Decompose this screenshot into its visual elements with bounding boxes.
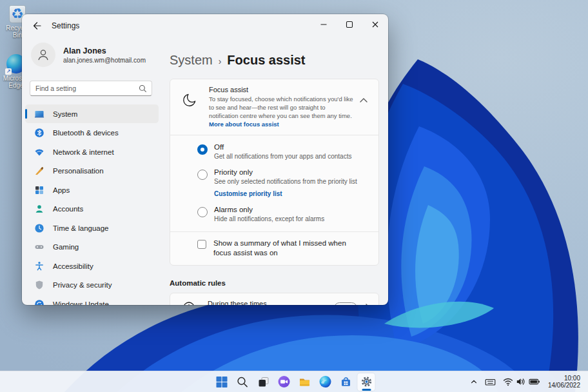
search-icon <box>237 376 249 388</box>
sidebar-item-gaming[interactable]: Gaming <box>25 238 159 257</box>
tray-time: 10:00 <box>548 375 580 382</box>
during-these-times-toggle[interactable] <box>334 302 357 306</box>
windows-update-icon <box>34 299 44 306</box>
more-about-focus-assist-link[interactable]: More about focus assist <box>209 121 279 128</box>
edge-icon <box>318 375 331 388</box>
chat-icon <box>277 375 290 388</box>
tray-date: 14/06/2022 <box>548 382 580 389</box>
time-language-icon <box>34 223 44 233</box>
taskbar: 10:00 14/06/2022 <box>0 371 588 392</box>
wifi-icon <box>503 377 513 386</box>
rule-during-these-times[interactable]: During these times 23:00 - 07:00; Priori… <box>170 293 379 305</box>
sidebar-item-personalisation[interactable]: Personalisation <box>25 162 159 181</box>
focus-assist-description: To stay focused, choose which notificati… <box>209 95 354 128</box>
active-indicator <box>25 109 27 119</box>
touch-keyboard-button[interactable] <box>482 373 499 391</box>
sidebar-item-apps[interactable]: Apps <box>25 181 159 199</box>
apps-icon <box>34 185 44 195</box>
search-input[interactable] <box>30 84 139 92</box>
network-icon <box>34 147 44 157</box>
search-box[interactable] <box>30 81 152 96</box>
settings-main-pane: System › Focus assist Focus assist To st… <box>161 37 388 305</box>
close-button[interactable] <box>362 14 388 35</box>
taskbar-search-button[interactable] <box>234 373 251 391</box>
active-app-indicator <box>362 389 371 391</box>
radio-alarms-only[interactable] <box>197 207 208 217</box>
touch-keyboard-icon <box>485 377 496 387</box>
avatar <box>31 43 55 67</box>
volume-icon <box>516 377 526 386</box>
chevron-right-icon[interactable] <box>365 303 371 305</box>
privacy-icon <box>34 280 44 290</box>
radio-priority-only[interactable] <box>197 170 208 180</box>
sidebar-item-network-internet[interactable]: Network & internet <box>25 142 159 161</box>
automatic-rules-heading: Automatic rules <box>170 279 379 287</box>
breadcrumb-system[interactable]: System <box>170 53 213 68</box>
sidebar-item-bluetooth-devices[interactable]: Bluetooth & devices <box>25 124 159 142</box>
settings-window: Settings Alan Jones alan.jones.wm@hotmai… <box>22 14 388 305</box>
gaming-icon <box>34 242 44 252</box>
close-icon <box>371 21 379 28</box>
clock-date[interactable]: 10:00 14/06/2022 <box>544 375 585 389</box>
chevron-up-icon <box>469 377 478 386</box>
windows-start-icon <box>216 376 228 388</box>
shortcut-arrow-icon: ↗ <box>5 68 12 75</box>
task-view-icon <box>257 375 270 388</box>
search-icon <box>139 84 147 93</box>
bluetooth-icon <box>34 128 44 138</box>
moon-icon <box>182 92 197 108</box>
sidebar-item-accessibility[interactable]: Accessibility <box>25 257 159 275</box>
titlebar: Settings <box>22 14 388 37</box>
battery-icon <box>529 377 540 386</box>
option-priority-only[interactable]: Priority only See only selected notifica… <box>197 168 369 197</box>
sidebar-item-privacy-security[interactable]: Privacy & security <box>25 276 159 295</box>
file-explorer-button[interactable] <box>296 373 313 391</box>
summary-checkbox-row[interactable]: Show a summary of what I missed when foc… <box>170 232 378 265</box>
settings-gear-icon <box>360 375 373 388</box>
chat-button[interactable] <box>275 373 293 391</box>
minimize-button[interactable] <box>311 14 337 35</box>
focus-assist-options: Off Get all notifications from your apps… <box>170 135 378 231</box>
back-button[interactable] <box>27 17 46 34</box>
focus-assist-title: Focus assist <box>209 86 354 93</box>
settings-sidebar: System Bluetooth & devices Network & int… <box>25 104 159 305</box>
option-off[interactable]: Off Get all notifications from your apps… <box>197 143 369 160</box>
store-button[interactable] <box>337 373 355 391</box>
window-title: Settings <box>52 21 79 30</box>
page-title: Focus assist <box>227 53 305 68</box>
sidebar-item-time-language[interactable]: Time & language <box>25 219 159 237</box>
settings-button[interactable] <box>358 373 375 391</box>
sidebar-item-accounts[interactable]: Accounts <box>25 200 159 219</box>
start-button[interactable] <box>213 373 231 391</box>
account-profile[interactable]: Alan Jones alan.jones.wm@hotmail.com <box>31 43 160 67</box>
profile-email: alan.jones.wm@hotmail.com <box>63 57 146 64</box>
clock-icon <box>182 300 196 305</box>
microsoft-store-icon <box>339 375 352 388</box>
system-icon <box>34 109 44 119</box>
toggle-state-label: Off <box>318 304 328 305</box>
person-icon <box>36 48 50 62</box>
option-alarms-only[interactable]: Alarms only Hide all notifications, exce… <box>197 206 369 222</box>
breadcrumb: System › Focus assist <box>170 53 306 68</box>
sidebar-item-system[interactable]: System <box>25 104 159 123</box>
chevron-up-icon[interactable] <box>359 97 368 103</box>
focus-assist-card: Focus assist To stay focused, choose whi… <box>170 79 379 266</box>
quick-settings-button[interactable] <box>499 377 544 386</box>
radio-off-selected[interactable] <box>197 144 208 155</box>
file-explorer-icon <box>298 375 311 388</box>
task-view-button[interactable] <box>255 373 272 391</box>
personalisation-icon <box>34 166 44 176</box>
hidden-icons-button[interactable] <box>466 373 482 391</box>
minimize-icon <box>320 21 328 28</box>
focus-assist-expander[interactable]: Focus assist To stay focused, choose whi… <box>170 79 378 135</box>
sidebar-item-windows-update[interactable]: Windows Update <box>25 295 159 305</box>
accessibility-icon <box>34 261 44 271</box>
maximize-icon <box>346 21 353 28</box>
breadcrumb-separator: › <box>219 56 222 66</box>
customise-priority-list-link[interactable]: Customise priority list <box>214 190 357 197</box>
edge-button[interactable] <box>317 373 334 391</box>
maximize-button[interactable] <box>337 14 362 35</box>
profile-name: Alan Jones <box>63 46 146 55</box>
summary-checkbox[interactable] <box>197 240 206 249</box>
back-arrow-icon <box>32 21 42 31</box>
